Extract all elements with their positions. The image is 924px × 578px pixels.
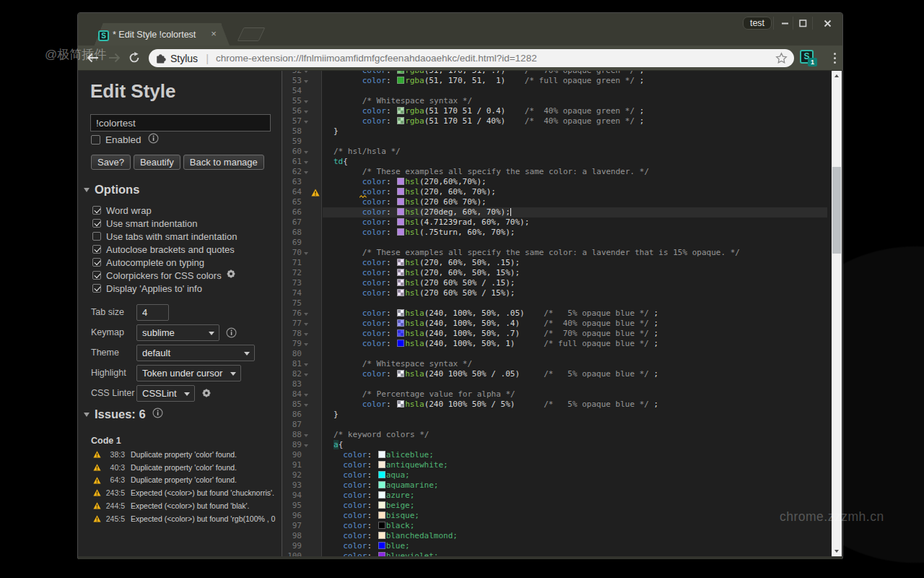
- save-button[interactable]: Save?: [91, 155, 131, 170]
- option-colorpickers-for-css-colors[interactable]: Colorpickers for CSS colors: [92, 269, 237, 282]
- color-swatch[interactable]: [378, 481, 385, 488]
- option-autoclose-brackets-and-quotes[interactable]: Autoclose brackets and quotes: [92, 243, 237, 256]
- tab-close-icon[interactable]: ×: [208, 28, 219, 40]
- beautify-button[interactable]: Beautify: [134, 155, 180, 170]
- checkbox-icon[interactable]: [92, 245, 101, 254]
- fold-arrow-icon[interactable]: [302, 329, 309, 339]
- fold-arrow-icon[interactable]: [302, 359, 309, 369]
- code-line-76[interactable]: 76 color: hsla(240, 100%, 50%, .05) /* 5…: [282, 309, 827, 319]
- code-line-99[interactable]: 99 color: blue;: [282, 541, 827, 551]
- color-swatch[interactable]: [397, 309, 404, 316]
- color-swatch[interactable]: [397, 77, 404, 84]
- issue-item[interactable]: 244:5 Expected (<color>) but found 'blak…: [78, 499, 282, 512]
- scroll-up-icon[interactable]: [832, 71, 842, 81]
- css-linter-select[interactable]: CSSLint: [136, 385, 195, 402]
- code-line-67[interactable]: 67 color: hsl(4.71239rad, 60%, 70%);: [282, 217, 827, 228]
- tab-size-input[interactable]: [136, 304, 169, 321]
- code-line-93[interactable]: 93 color: aquamarine;: [282, 480, 827, 491]
- code-line-85[interactable]: 85 color: hsla(240 100% 50% / 5%) /* 5% …: [282, 400, 827, 410]
- fold-arrow-icon[interactable]: [302, 76, 309, 86]
- options-header[interactable]: Options: [84, 183, 139, 197]
- code-line-55[interactable]: 55 /* Whitespace syntax */: [282, 96, 827, 106]
- code-editor[interactable]: 52 color: rgba(51, 170, 51, .7) /* 70% o…: [282, 71, 842, 556]
- color-swatch[interactable]: [378, 522, 385, 529]
- close-button[interactable]: [813, 13, 842, 33]
- code-line-70[interactable]: 70 /* These examples all specify the sam…: [282, 248, 827, 258]
- fold-arrow-icon[interactable]: [302, 106, 309, 116]
- color-swatch[interactable]: [378, 491, 385, 499]
- checkbox-icon[interactable]: [92, 219, 101, 228]
- code-line-88[interactable]: 88 /* keyword colors */: [282, 430, 827, 440]
- color-swatch[interactable]: [378, 471, 385, 478]
- code-line-62[interactable]: 62 /* These examples all specify the sam…: [282, 167, 827, 177]
- code-line-63[interactable]: 63 color: hsl(270,60%,70%);: [282, 177, 827, 187]
- scroll-down-icon[interactable]: [832, 546, 842, 556]
- code-line-86[interactable]: 86 }: [282, 410, 827, 420]
- color-swatch[interactable]: [378, 451, 385, 458]
- code-line-64[interactable]: 64 color: hsl(270, 60%, 70%);: [282, 187, 827, 197]
- fold-arrow-icon[interactable]: [302, 389, 309, 400]
- fold-arrow-icon[interactable]: [302, 440, 309, 450]
- code-line-91[interactable]: 91 color: antiquewhite;: [282, 460, 827, 470]
- code-line-96[interactable]: 96 color: bisque;: [282, 511, 827, 521]
- option-autocomplete-on-typing[interactable]: Autocomplete on typing: [92, 256, 237, 269]
- code-line-73[interactable]: 73 color: hsl(270 60% 50% / .15);: [282, 278, 827, 288]
- checkbox-icon[interactable]: [92, 232, 101, 241]
- scrollbar-thumb[interactable]: [832, 167, 841, 254]
- issue-item[interactable]: 243:5 Expected (<color>) but found 'chuc…: [78, 486, 282, 499]
- code-line-54[interactable]: 54: [282, 86, 827, 96]
- code-line-66[interactable]: 66 color: hsl(270deg, 60%, 70%);: [282, 207, 827, 217]
- code-line-59[interactable]: 59: [282, 137, 827, 147]
- color-swatch[interactable]: [378, 501, 385, 509]
- color-swatch[interactable]: [397, 319, 404, 327]
- color-swatch[interactable]: [397, 198, 404, 205]
- fold-arrow-icon[interactable]: [302, 167, 309, 177]
- code-line-95[interactable]: 95 color: beige;: [282, 501, 827, 511]
- color-swatch[interactable]: [397, 340, 404, 347]
- code-line-94[interactable]: 94 color: azure;: [282, 491, 827, 501]
- code-line-87[interactable]: 87: [282, 420, 827, 430]
- code-line-68[interactable]: 68 color: hsl(.75turn, 60%, 70%);: [282, 228, 827, 238]
- color-swatch[interactable]: [397, 289, 404, 296]
- maximize-button[interactable]: [793, 13, 812, 33]
- code-line-60[interactable]: 60 /* hsl/hsla */: [282, 147, 827, 157]
- color-swatch[interactable]: [397, 279, 404, 286]
- fold-arrow-icon[interactable]: [302, 319, 309, 329]
- code-line-65[interactable]: 65 color: hsl(270 60% 70%);: [282, 197, 827, 207]
- color-swatch[interactable]: [397, 370, 404, 377]
- option-use-tabs-with-smart-indentation[interactable]: Use tabs with smart indentation: [92, 230, 237, 243]
- code-line-100[interactable]: 100 color: blueviolet;: [282, 551, 827, 556]
- color-swatch[interactable]: [378, 532, 385, 539]
- color-swatch[interactable]: [397, 107, 404, 114]
- style-name-input[interactable]: [90, 114, 271, 131]
- code-line-72[interactable]: 72 color: hsl(270, 60%, 50%, 15%);: [282, 268, 827, 278]
- code-line-71[interactable]: 71 color: hsl(270, 60%, 50%, .15);: [282, 258, 827, 268]
- code-line-81[interactable]: 81 /* Whitespace syntax */: [282, 359, 827, 369]
- color-swatch[interactable]: [397, 117, 404, 124]
- theme-select[interactable]: default: [136, 345, 255, 361]
- color-swatch[interactable]: [397, 218, 404, 225]
- code-line-52[interactable]: 52 color: rgba(51, 170, 51, .7) /* 70% o…: [282, 71, 827, 76]
- browser-menu-icon[interactable]: [826, 49, 843, 66]
- fold-arrow-icon[interactable]: [302, 248, 309, 258]
- code-line-83[interactable]: 83: [282, 379, 827, 389]
- address-bar[interactable]: Stylus | chrome-extension://lfnlmiimoamf…: [149, 49, 794, 67]
- fold-arrow-icon[interactable]: [302, 157, 309, 167]
- profile-badge[interactable]: test: [743, 17, 772, 30]
- code-line-97[interactable]: 97 color: black;: [282, 521, 827, 531]
- option-display-applies-to-info[interactable]: Display 'Applies to' info: [92, 282, 237, 295]
- color-swatch[interactable]: [397, 208, 404, 215]
- code-line-53[interactable]: 53 color: rgba(51, 170, 51, 1) /* full o…: [282, 76, 827, 86]
- enabled-info-icon[interactable]: [148, 133, 159, 147]
- issues-info-icon[interactable]: [152, 407, 163, 421]
- fold-arrow-icon[interactable]: [302, 430, 309, 440]
- editor-scrollbar[interactable]: [832, 71, 842, 556]
- checkbox-icon[interactable]: [92, 284, 101, 293]
- reload-icon[interactable]: [126, 49, 143, 66]
- forward-icon[interactable]: [105, 49, 123, 66]
- code-line-75[interactable]: 75: [282, 298, 827, 309]
- fold-arrow-icon[interactable]: [302, 71, 309, 76]
- code-line-61[interactable]: 61 td{: [282, 157, 827, 167]
- color-swatch[interactable]: [397, 329, 404, 337]
- color-swatch[interactable]: [378, 552, 385, 556]
